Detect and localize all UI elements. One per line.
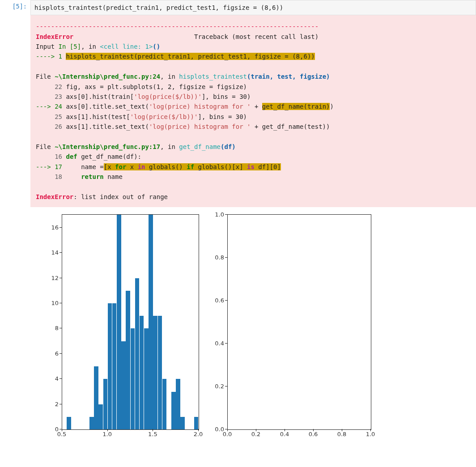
chart-0-plotarea bbox=[62, 214, 199, 430]
histogram-bar bbox=[194, 417, 199, 429]
line-23-a: axs[0].hist(train[ bbox=[62, 93, 134, 100]
y-tick-label: 0.6 bbox=[215, 297, 224, 304]
histogram-bar bbox=[126, 291, 130, 430]
y-tick-label: 8 bbox=[55, 325, 59, 331]
hl17-b: x bbox=[126, 163, 137, 170]
y-tick-label: 16 bbox=[51, 224, 59, 230]
traceback-file2: File bbox=[36, 143, 55, 150]
histogram-bar bbox=[112, 303, 117, 429]
line-26-b: + get_df_name(test)) bbox=[251, 123, 330, 130]
line-25-str: 'log(price($/lb))' bbox=[130, 113, 198, 120]
line-23-b: ], bins = 30) bbox=[202, 93, 251, 100]
line-23-str: 'log(price($/lb))' bbox=[134, 93, 202, 100]
x-tick-label: 0.2 bbox=[251, 431, 261, 437]
x-tick-label: 2.0 bbox=[194, 431, 203, 437]
hl17-if: if bbox=[187, 163, 194, 170]
x-tick-label: 0.8 bbox=[337, 431, 347, 437]
traceback-file2-func: get_df_name bbox=[179, 143, 221, 150]
line-24-arrow: ---> 24 bbox=[36, 103, 62, 110]
line-22-num: 22 bbox=[36, 83, 62, 90]
hl17-is: is bbox=[247, 163, 255, 170]
line-26-a: axs[1].title.set_text( bbox=[62, 123, 149, 130]
histogram-bar bbox=[89, 417, 94, 429]
line-17-a: name = bbox=[62, 163, 104, 170]
line-16-def: def bbox=[66, 153, 77, 160]
traceback: ----------------------------------------… bbox=[30, 15, 476, 207]
x-tick-label: 1.5 bbox=[148, 431, 157, 437]
x-tick-label: 0.4 bbox=[280, 431, 289, 437]
x-tick-label: 0.6 bbox=[309, 431, 318, 437]
traceback-input-paren: () bbox=[153, 43, 160, 50]
code-input[interactable]: hisplots_traintest(predict_train1, predi… bbox=[30, 0, 476, 15]
output-prompt-spacer bbox=[0, 15, 30, 442]
output-cell: ----------------------------------------… bbox=[0, 15, 476, 442]
line-26-str: 'log(price) histogram for ' bbox=[149, 123, 251, 130]
error-name: IndexError bbox=[36, 33, 73, 40]
y-tick-label: 0.4 bbox=[215, 340, 224, 347]
hl17-in: in bbox=[138, 163, 145, 170]
line-18-num: 18 bbox=[36, 173, 62, 180]
final-error-name: IndexError bbox=[36, 193, 73, 200]
histogram-bar bbox=[176, 379, 180, 429]
line-25-b: ], bins = 30) bbox=[198, 113, 247, 120]
input-cell: [5]: hisplots_traintest(predict_train1, … bbox=[0, 0, 476, 15]
line-18-a bbox=[62, 173, 81, 180]
traceback-file1-path: ~\Internship\pred_func.py:24 bbox=[55, 73, 160, 80]
traceback-input-prefix: Input bbox=[36, 43, 59, 50]
final-error-msg: : list index out of range bbox=[73, 193, 168, 200]
line-18-b: name bbox=[104, 173, 123, 180]
x-tick-label: 1.0 bbox=[102, 431, 112, 437]
traceback-file1-arg3: figsize bbox=[300, 73, 326, 80]
traceback-highlight-24: get_df_name(train) bbox=[262, 103, 330, 110]
line-25-a: axs[1].hist(test[ bbox=[62, 113, 130, 120]
y-tick-label: 0.2 bbox=[215, 383, 224, 390]
input-prompt: [5]: bbox=[0, 0, 30, 15]
traceback-header: Traceback (most recent call last) bbox=[194, 33, 319, 40]
traceback-file1-close: ) bbox=[326, 73, 330, 80]
y-tick-label: 2 bbox=[55, 400, 59, 407]
histogram-bar bbox=[162, 379, 167, 429]
histogram-bar bbox=[153, 316, 157, 429]
y-tick-label: 1.0 bbox=[215, 211, 224, 218]
traceback-file2-mid: , in bbox=[160, 143, 179, 150]
traceback-highlight-1: hisplots_traintest(predict_train1, predi… bbox=[66, 53, 314, 60]
hl17-for: for bbox=[115, 163, 126, 170]
traceback-file1-arg2: test bbox=[277, 73, 293, 80]
traceback-file1-c1: , bbox=[270, 73, 277, 80]
traceback-input-mid: , in bbox=[81, 43, 100, 50]
traceback-file1-func: hisplots_traintest bbox=[179, 73, 247, 80]
histogram-bar bbox=[171, 392, 176, 430]
y-tick-label: 6 bbox=[55, 350, 59, 357]
chart-axes-1: 0.00.20.40.60.81.00.00.20.40.60.81.0 bbox=[205, 210, 375, 442]
histogram-bar bbox=[149, 215, 153, 429]
hl17-d: globals()[x] bbox=[194, 163, 247, 170]
line-24-c: ) bbox=[330, 103, 333, 110]
y-tick-label: 10 bbox=[51, 299, 59, 306]
line-23-num: 23 bbox=[36, 93, 62, 100]
traceback-input-in: In [5] bbox=[59, 43, 81, 50]
output-area: ----------------------------------------… bbox=[30, 15, 476, 442]
line-25-num: 25 bbox=[36, 113, 62, 120]
traceback-file2-path: ~\Internship\pred_func.py:17 bbox=[55, 143, 160, 150]
chart-1-plotarea bbox=[227, 214, 371, 430]
traceback-file1-arg1: train bbox=[251, 73, 269, 80]
histogram-bar bbox=[94, 366, 98, 429]
histogram-bar bbox=[144, 328, 149, 429]
y-tick-label: 4 bbox=[55, 375, 59, 382]
histogram-bar bbox=[180, 417, 185, 429]
line-16-num: 16 bbox=[36, 153, 62, 160]
line-24-str: 'log(price) histogram for ' bbox=[149, 103, 251, 110]
traceback-arrow-1: ----> 1 bbox=[36, 53, 66, 60]
traceback-cell-line: <cell line: 1> bbox=[100, 43, 153, 50]
hl17-a: [x bbox=[104, 163, 115, 170]
line-24-a: axs[0].title.set_text( bbox=[62, 103, 149, 110]
histogram-bar bbox=[158, 316, 162, 429]
histogram-bar bbox=[98, 404, 103, 429]
x-tick-label: 0.0 bbox=[223, 431, 232, 437]
traceback-file1: File bbox=[36, 73, 55, 80]
line-22-code: fig, axs = plt.subplots(1, 2, figsize = … bbox=[62, 83, 247, 90]
histogram-bar bbox=[67, 417, 71, 429]
hl17-c: globals() bbox=[145, 163, 187, 170]
histogram-bar bbox=[103, 379, 108, 429]
x-tick-label: 0.5 bbox=[57, 431, 67, 437]
